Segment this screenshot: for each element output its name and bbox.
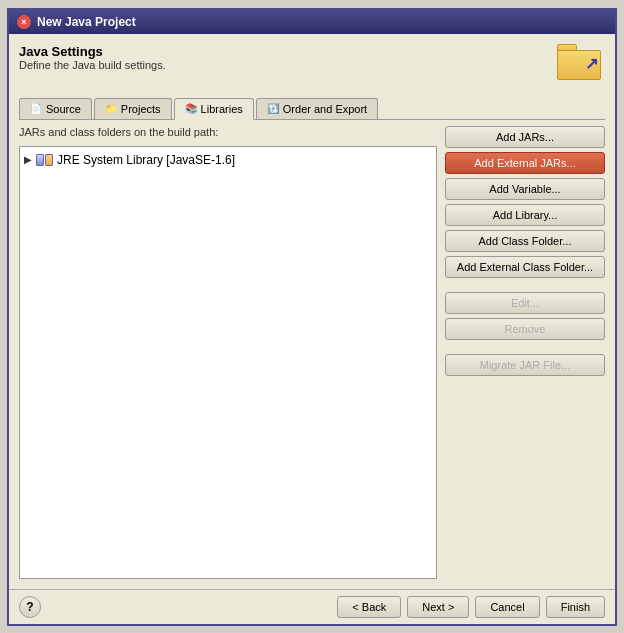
window-title: New Java Project: [37, 15, 136, 29]
page-subtitle: Define the Java build settings.: [19, 59, 166, 71]
folder-arrow-icon: ↗: [585, 54, 598, 73]
tab-source[interactable]: 📄 Source: [19, 98, 92, 119]
back-button[interactable]: < Back: [337, 596, 401, 618]
tab-projects-label: Projects: [121, 103, 161, 115]
bottom-left: ?: [19, 596, 41, 618]
projects-tab-icon: 📁: [105, 103, 117, 114]
jre-library-label: JRE System Library [JavaSE-1.6]: [57, 153, 235, 167]
jre-library-icon: [36, 154, 53, 166]
add-variable-button[interactable]: Add Variable...: [445, 178, 605, 200]
tab-libraries[interactable]: 📚 Libraries: [174, 98, 254, 120]
tree-panel[interactable]: ▶ JRE System Library [JavaSE-1.6]: [19, 146, 437, 579]
page-title: Java Settings: [19, 44, 166, 59]
main-panel: JARs and class folders on the build path…: [19, 126, 605, 579]
add-jars-button[interactable]: Add JARs...: [445, 126, 605, 148]
tree-expand-icon[interactable]: ▶: [24, 154, 32, 165]
tab-libraries-label: Libraries: [201, 103, 243, 115]
cancel-button[interactable]: Cancel: [475, 596, 539, 618]
order-export-tab-icon: 🔃: [267, 103, 279, 114]
add-external-class-folder-button[interactable]: Add External Class Folder...: [445, 256, 605, 278]
add-external-jars-button[interactable]: Add External JARs...: [445, 152, 605, 174]
remove-button[interactable]: Remove: [445, 318, 605, 340]
tree-label: JARs and class folders on the build path…: [19, 126, 437, 138]
next-button[interactable]: Next >: [407, 596, 469, 618]
tab-projects[interactable]: 📁 Projects: [94, 98, 172, 119]
add-library-button[interactable]: Add Library...: [445, 204, 605, 226]
tabs-row: 📄 Source 📁 Projects 📚 Libraries 🔃 Order …: [19, 98, 605, 120]
bottom-bar: ? < Back Next > Cancel Finish: [9, 589, 615, 624]
finish-button[interactable]: Finish: [546, 596, 605, 618]
header-text: Java Settings Define the Java build sett…: [19, 44, 166, 71]
header-section: Java Settings Define the Java build sett…: [19, 44, 605, 92]
add-class-folder-button[interactable]: Add Class Folder...: [445, 230, 605, 252]
libraries-tab-icon: 📚: [185, 103, 197, 114]
java-folder-icon: ↗: [557, 44, 605, 92]
content-area: Java Settings Define the Java build sett…: [9, 34, 615, 589]
list-item[interactable]: ▶ JRE System Library [JavaSE-1.6]: [24, 151, 432, 169]
bottom-right: < Back Next > Cancel Finish: [337, 596, 605, 618]
dialog-window: × New Java Project Java Settings Define …: [7, 8, 617, 626]
buttons-panel: Add JARs... Add External JARs... Add Var…: [445, 126, 605, 579]
help-button[interactable]: ?: [19, 596, 41, 618]
source-tab-icon: 📄: [30, 103, 42, 114]
tab-order-export[interactable]: 🔃 Order and Export: [256, 98, 378, 119]
migrate-jar-button[interactable]: Migrate JAR File...: [445, 354, 605, 376]
window-close-icon[interactable]: ×: [17, 15, 31, 29]
edit-button[interactable]: Edit...: [445, 292, 605, 314]
tab-source-label: Source: [46, 103, 81, 115]
tab-order-export-label: Order and Export: [283, 103, 367, 115]
title-bar: × New Java Project: [9, 10, 615, 34]
